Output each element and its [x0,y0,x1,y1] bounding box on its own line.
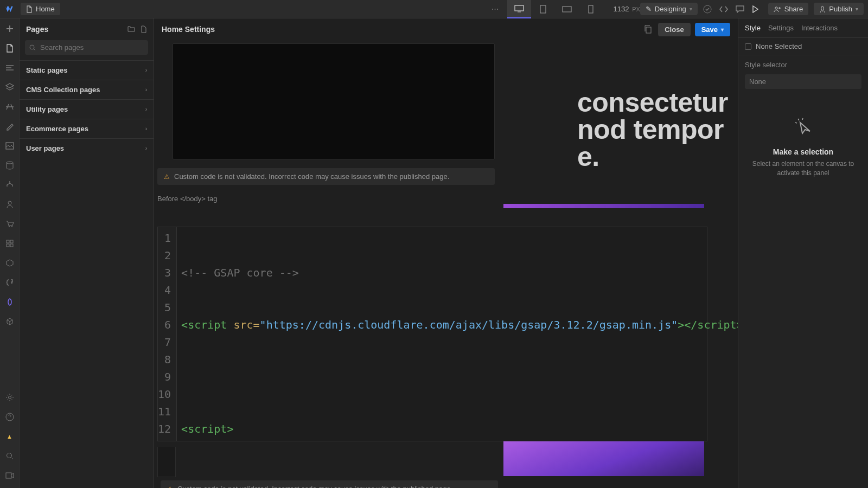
chevron-right-icon: › [145,126,147,132]
top-bar: Home ⋯ 1132 PX ✎ Designing ▾ [0,0,868,18]
webflow-logo[interactable] [0,0,18,18]
svg-rect-3 [589,5,593,13]
warning-text: Custom code is not validated. Incorrect … [174,172,449,181]
finsweet-icon[interactable] [5,278,15,287]
svg-point-8 [8,201,11,204]
tab-interactions[interactable]: Interactions [801,24,838,32]
search-icon [29,44,36,51]
search-icon[interactable] [5,451,15,461]
svg-point-9 [9,226,10,227]
comment-icon[interactable] [736,5,746,13]
canvas-hero-text: consectetur nod tempor e. [577,89,728,170]
publish-button[interactable]: Publish ▾ [814,3,864,15]
group-label: Ecommerce pages [26,125,88,133]
warning-text: Custom code is not validated. Incorrect … [177,485,452,488]
svg-rect-0 [515,5,524,11]
group-label: Utility pages [26,105,68,113]
new-page-icon[interactable] [141,25,147,33]
svg-point-7 [7,162,13,164]
svg-rect-11 [7,240,9,243]
box-icon[interactable] [5,317,15,326]
page-group-utility[interactable]: Utility pages› [20,99,154,119]
current-page-label: Home [36,5,55,13]
save-label: Save [701,25,718,34]
svg-rect-12 [10,240,13,243]
landscape-viewport-button[interactable] [555,0,579,18]
publish-label: Publish [829,5,852,13]
settings-area: consectetur nod tempor e. Home Settings … [154,18,738,488]
tab-settings[interactable]: Settings [768,24,794,32]
page-group-cms[interactable]: CMS Collection pages› [20,80,154,99]
settings-header: Home Settings Close Save ▾ [154,18,738,40]
apps-icon[interactable] [5,239,15,248]
warning-icon[interactable]: ▲ [5,432,15,441]
desktop-viewport-button[interactable] [507,0,531,18]
check-icon[interactable] [703,5,714,14]
add-icon[interactable] [5,24,15,34]
code-icon[interactable] [719,6,730,12]
users-icon[interactable] [5,200,15,209]
variables-icon[interactable] [5,102,15,112]
none-selected-label: None Selected [756,42,802,50]
page-group-ecommerce[interactable]: Ecommerce pages› [20,119,154,138]
tab-style[interactable]: Style [745,24,761,32]
assets-icon[interactable] [5,141,15,151]
canvas-width-unit: PX [632,6,640,12]
head-code-editor[interactable] [173,43,495,159]
logic-icon[interactable] [5,180,15,190]
svg-rect-20 [646,27,651,33]
search-pages-input[interactable]: Search pages [25,40,148,55]
cms-icon[interactable] [5,160,15,170]
chevron-right-icon: › [145,87,147,93]
code-warning-2: ⚠ Custom code is not validated. Incorrec… [161,480,498,488]
page-group-static[interactable]: Static pages› [20,60,154,80]
mode-switcher[interactable]: ✎ Designing ▾ [640,3,698,15]
mode-label: Designing [655,5,686,13]
video-icon[interactable] [5,471,15,480]
pages-icon[interactable] [5,43,15,53]
app-active-icon[interactable] [5,297,15,307]
pencil-icon: ✎ [646,5,652,13]
viewport-switcher [507,0,603,18]
navigator-icon[interactable] [5,63,15,73]
search-placeholder: Search pages [40,43,84,52]
share-label: Share [784,5,803,13]
more-icon[interactable]: ⋯ [484,5,507,13]
copy-icon[interactable] [642,23,654,36]
settings-icon[interactable] [5,393,15,402]
save-button[interactable]: Save ▾ [695,23,730,36]
page-selector-button[interactable]: Home [21,3,60,15]
code-body[interactable]: <!-- GSAP core --> <script src="https://… [177,227,738,441]
share-button[interactable]: Share [768,3,809,15]
styles-icon[interactable] [5,121,15,131]
left-rail: ▲ [0,18,20,488]
code-gutter: 1 2 3 4 5 6 7 8 9 10 11 12 [158,227,177,441]
warning-icon: ⚠ [164,173,170,181]
svg-rect-18 [6,473,11,478]
mobile-viewport-button[interactable] [579,0,603,18]
selection-row: None Selected [738,38,868,55]
cursor-icon [792,116,815,140]
style-selector-label: Style selector [738,55,868,74]
page-group-user[interactable]: User pages› [20,138,154,158]
style-selector-input[interactable]: None [745,74,861,89]
chevron-right-icon: › [145,106,147,112]
close-button[interactable]: Close [658,23,690,36]
chevron-right-icon: › [145,67,147,73]
svg-point-10 [11,226,12,227]
help-icon[interactable] [5,412,15,422]
right-panel: Style Settings Interactions None Selecte… [738,18,868,488]
right-tabs: Style Settings Interactions [738,18,868,38]
body-code-editor[interactable]: 1 2 3 4 5 6 7 8 9 10 11 12 <!-- GSAP cor… [157,227,707,441]
new-folder-icon[interactable] [127,25,135,33]
components-icon[interactable] [5,82,15,92]
preview-icon[interactable] [752,5,763,13]
group-label: User pages [26,144,64,152]
svg-rect-1 [540,5,546,13]
svg-rect-2 [563,7,571,12]
tablet-viewport-button[interactable] [531,0,555,18]
apps2-icon[interactable] [5,258,15,268]
ecommerce-icon[interactable] [5,219,15,229]
pages-panel: Pages Search pages Static pages› CMS Col… [20,18,154,488]
canvas-width[interactable]: 1132 PX [614,5,640,13]
